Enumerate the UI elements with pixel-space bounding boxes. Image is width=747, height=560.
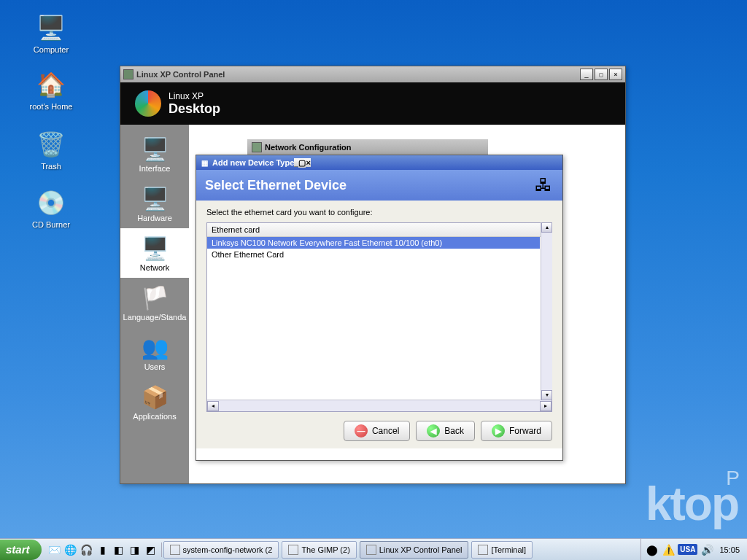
users-icon: 👥 — [138, 333, 171, 361]
flag-icon: 🏳️ — [138, 284, 171, 311]
sidebar-item-applications[interactable]: 📦Applications — [120, 377, 189, 427]
package-icon: 📦 — [138, 383, 171, 411]
desktop-icon-label: CD Burner — [22, 220, 80, 229]
volume-icon[interactable]: 🔊 — [700, 543, 713, 556]
scroll-left-button[interactable]: ◂ — [207, 401, 219, 411]
sidebar-item-label: Users — [144, 362, 166, 371]
minimize-button[interactable]: _ — [580, 69, 593, 80]
control-panel-titlebar[interactable]: Linux XP Control Panel _ ▢ × — [120, 66, 625, 82]
scroll-right-button[interactable]: ▸ — [540, 401, 551, 411]
browser-icon[interactable]: 🌐 — [63, 542, 78, 557]
control-panel-sidebar: 🖥️Interface 🖥️Hardware 🖥️Network 🏳️Langu… — [120, 125, 189, 483]
cancel-button[interactable]: —Cancel — [344, 421, 410, 441]
sidebar-item-label: Hardware — [137, 214, 172, 222]
desktop-icon-label: Trash — [22, 162, 80, 171]
desktop-icon-computer[interactable]: 🖥️ Computer — [22, 13, 80, 54]
dialog-titlebar[interactable]: ▦ Add new Device Type _ ▢ × — [196, 155, 562, 170]
task-label: system-config-network (2 — [183, 545, 273, 554]
horizontal-scrollbar[interactable]: ◂ ▸ — [207, 400, 551, 411]
desktop-icon-cdburner[interactable]: 💿 CD Burner — [22, 188, 80, 229]
network-config-window: Network Configuration — [247, 139, 488, 155]
window-icon: ▦ — [199, 158, 209, 168]
mail-icon[interactable]: ✉️ — [47, 542, 62, 557]
dialog-instruction: Select the ethernet card you want to con… — [206, 208, 552, 217]
clock[interactable]: 15:05 — [716, 545, 743, 554]
dialog-title: Add new Device Type — [212, 158, 294, 167]
back-icon: ◀ — [427, 424, 440, 438]
ethernet-card-list: Ethernet card Linksys NC100 Network Ever… — [206, 222, 552, 412]
list-row[interactable]: Linksys NC100 Network Everywhere Fast Et… — [207, 237, 540, 249]
desktop-icon-label: root's Home — [22, 102, 80, 111]
home-icon: 🏠 — [36, 70, 66, 99]
sidebar-item-label: Interface — [139, 164, 171, 173]
app-icon[interactable]: ◨ — [128, 542, 142, 557]
desktop-icon-trash[interactable]: 🗑️ Trash — [22, 130, 80, 171]
forward-button[interactable]: ▶Forward — [481, 421, 552, 441]
app-icon — [366, 545, 376, 555]
maximize-button[interactable]: ▢ — [298, 158, 306, 168]
cancel-icon: — — [355, 424, 368, 438]
task-label: Linux XP Control Panel — [379, 545, 462, 554]
network-card-icon: 🖧 — [533, 175, 554, 195]
system-tray: ⬤ ⚠️ USA 🔊 15:05 — [640, 539, 747, 560]
vertical-scrollbar[interactable]: ▴ ▾ — [541, 222, 552, 400]
sidebar-item-interface[interactable]: 🖥️Interface — [120, 129, 189, 179]
scroll-up-button[interactable]: ▴ — [541, 222, 552, 233]
taskbar-task[interactable]: The GIMP (2) — [282, 541, 356, 559]
logo-icon — [135, 90, 161, 117]
sidebar-item-hardware[interactable]: 🖥️Hardware — [120, 179, 189, 228]
sidebar-item-network[interactable]: 🖥️Network — [120, 228, 189, 278]
app-icon — [170, 545, 180, 555]
taskbar: start ✉️ 🌐 🎧 ▮ ◧ ◨ ◩ system-config-netwo… — [0, 538, 747, 560]
app-icon[interactable]: ◧ — [112, 542, 126, 557]
window-icon — [252, 142, 262, 152]
desktop-watermark: P ktop — [646, 467, 738, 531]
button-label: Forward — [509, 426, 541, 436]
hardware-icon: 🖥️ — [138, 184, 171, 212]
headphones-icon[interactable]: 🎧 — [80, 542, 94, 557]
taskbar-task[interactable]: [Terminal] — [471, 541, 533, 559]
logo-line1: Linux XP — [169, 91, 220, 101]
scroll-down-button[interactable]: ▾ — [541, 390, 552, 400]
close-button[interactable]: × — [609, 69, 622, 80]
app-icon — [288, 545, 298, 555]
banner-title: Select Ethernet Device — [205, 178, 347, 193]
trash-icon: 🗑️ — [36, 130, 66, 159]
maximize-button[interactable]: ▢ — [595, 69, 608, 80]
desktop-icon-home[interactable]: 🏠 root's Home — [22, 70, 80, 111]
logo-line2: Desktop — [169, 101, 220, 117]
button-label: Back — [444, 426, 464, 436]
app-icon[interactable]: ◩ — [144, 542, 158, 557]
quick-launch: ✉️ 🌐 🎧 ▮ ◧ ◨ ◩ — [44, 542, 162, 557]
list-column-header[interactable]: Ethernet card — [207, 223, 551, 237]
window-title: Linux XP Control Panel — [136, 70, 578, 79]
window-icon — [123, 69, 133, 79]
window-title: Network Configuration — [265, 143, 352, 152]
terminal-icon[interactable]: ▮ — [96, 542, 110, 557]
sidebar-item-users[interactable]: 👥Users — [120, 327, 189, 377]
sidebar-item-language[interactable]: 🏳️Language/Standa — [120, 278, 189, 327]
forward-icon: ▶ — [492, 424, 505, 438]
button-label: Cancel — [372, 426, 399, 436]
computer-icon: 🖥️ — [36, 13, 66, 42]
network-icon: 🖥️ — [138, 234, 171, 262]
task-label: [Terminal] — [491, 545, 526, 554]
start-button[interactable]: start — [0, 540, 42, 560]
language-indicator[interactable]: USA — [678, 544, 697, 555]
tray-icon[interactable]: ⬤ — [646, 543, 659, 556]
network-config-titlebar[interactable]: Network Configuration — [247, 139, 488, 155]
close-button[interactable]: × — [306, 158, 310, 167]
add-device-dialog: ▦ Add new Device Type _ ▢ × Select Ether… — [196, 155, 563, 461]
back-button[interactable]: ◀Back — [416, 421, 475, 441]
taskbar-task[interactable]: system-config-network (2 — [163, 541, 279, 559]
desktop-icon-label: Computer — [22, 45, 80, 54]
warning-icon[interactable]: ⚠️ — [662, 543, 675, 556]
app-icon — [478, 545, 488, 555]
sidebar-item-label: Applications — [133, 412, 176, 421]
sidebar-item-label: Language/Standa — [123, 313, 187, 322]
monitor-icon: 🖥️ — [138, 135, 171, 163]
dialog-banner: Select Ethernet Device 🖧 — [196, 170, 562, 201]
taskbar-task[interactable]: Linux XP Control Panel — [360, 541, 469, 559]
control-panel-header: Linux XP Desktop — [120, 82, 625, 125]
list-row[interactable]: Other Ethernet Card — [207, 249, 540, 260]
